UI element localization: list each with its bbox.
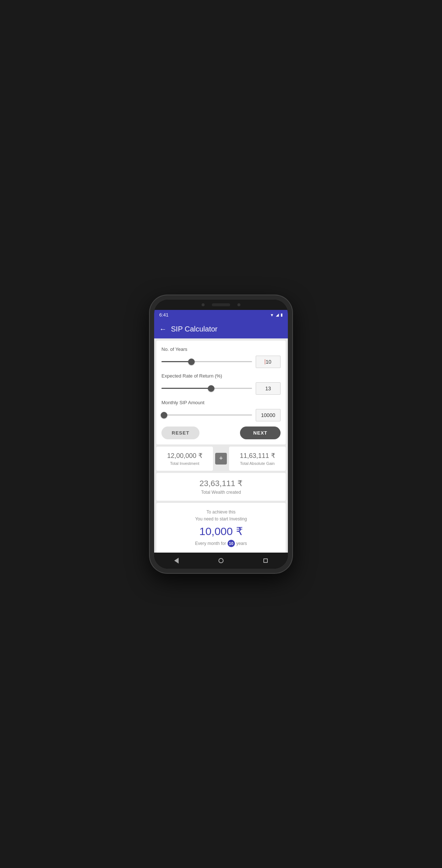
total-wealth-label: Total Wealth created <box>162 490 280 495</box>
invest-footer-prefix: Every month for <box>195 541 226 546</box>
invest-footer-suffix: years <box>236 541 247 546</box>
home-nav-icon <box>218 558 224 563</box>
investment-amount: 12,00,000 ₹ <box>167 452 202 460</box>
rate-slider-fill <box>161 388 211 389</box>
plus-icon: + <box>215 453 227 465</box>
invest-tagline: To achieve this You need to start Invest… <box>162 509 280 523</box>
camera-bar <box>154 300 288 310</box>
invest-card: To achieve this You need to start Invest… <box>156 503 286 553</box>
years-value: 10 <box>266 359 271 365</box>
rate-slider[interactable] <box>161 385 252 392</box>
rate-value: 13 <box>265 386 271 391</box>
gain-amount: 11,63,111 ₹ <box>240 452 275 460</box>
years-badge: 10 <box>228 540 235 547</box>
status-icons: ▼ ◢ ▮ <box>270 312 283 317</box>
total-wealth-amount: 23,63,111 ₹ <box>162 479 280 488</box>
speaker-grille <box>212 303 230 306</box>
investment-label: Total Investment <box>170 461 199 466</box>
reset-button[interactable]: RESET <box>161 427 199 439</box>
gain-card: 11,63,111 ₹ Total Absolute Gain <box>229 447 286 471</box>
status-time: 6:41 <box>159 312 168 318</box>
years-slider-thumb[interactable] <box>188 359 195 365</box>
calculator-card: No. of Years 10 Expected Rate of Return <box>156 341 286 444</box>
button-row: RESET NEXT <box>161 427 281 439</box>
phone-inner: 6:41 ▼ ◢ ▮ ← SIP Calculator No. of Years <box>154 300 288 569</box>
investment-card: 12,00,000 ₹ Total Investment <box>156 447 213 471</box>
signal-icon: ◢ <box>276 312 279 317</box>
next-button[interactable]: NEXT <box>240 427 281 439</box>
rate-value-box[interactable]: 13 <box>256 382 281 395</box>
years-label: No. of Years <box>161 346 281 352</box>
sip-label: Monthly SIP Amount <box>161 400 281 405</box>
camera-dot <box>202 303 205 306</box>
gain-label: Total Absolute Gain <box>240 461 275 466</box>
status-bar: 6:41 ▼ ◢ ▮ <box>154 310 288 320</box>
years-slider-track <box>161 361 252 362</box>
years-slider-row: 10 <box>161 356 281 368</box>
total-wealth-card: 23,63,111 ₹ Total Wealth created <box>156 473 286 501</box>
rate-slider-row: 13 <box>161 382 281 395</box>
phone-shell: 6:41 ▼ ◢ ▮ ← SIP Calculator No. of Years <box>150 295 292 573</box>
bottom-nav <box>154 553 288 569</box>
nav-back-button[interactable] <box>171 555 182 566</box>
rate-label: Expected Rate of Return (%) <box>161 373 281 379</box>
cursor <box>265 359 265 364</box>
app-header: ← SIP Calculator <box>154 320 288 338</box>
wifi-icon: ▼ <box>270 313 274 317</box>
sip-slider-thumb[interactable] <box>161 412 167 418</box>
rate-slider-thumb[interactable] <box>208 385 214 392</box>
years-slider-fill <box>161 361 191 362</box>
battery-icon: ▮ <box>281 312 283 317</box>
sip-value-box[interactable]: 10000 <box>256 409 281 421</box>
back-nav-icon <box>174 558 179 564</box>
years-value-box[interactable]: 10 <box>256 356 281 368</box>
camera-dot-right <box>237 303 240 306</box>
nav-recent-button[interactable] <box>260 555 271 566</box>
sip-value: 10000 <box>261 412 275 418</box>
sip-slider[interactable] <box>161 412 252 419</box>
back-button[interactable]: ← <box>159 325 167 333</box>
invest-amount: 10,000 ₹ <box>162 525 280 538</box>
app-title: SIP Calculator <box>171 325 217 333</box>
recent-nav-icon <box>263 558 268 563</box>
sip-slider-track <box>161 414 252 416</box>
invest-footer: Every month for 10 years <box>162 540 280 547</box>
rate-slider-track <box>161 388 252 389</box>
sip-slider-row: 10000 <box>161 409 281 421</box>
main-content: No. of Years 10 Expected Rate of Return <box>154 338 288 553</box>
nav-home-button[interactable] <box>215 555 227 566</box>
years-slider[interactable] <box>161 358 252 365</box>
investment-gain-row: 12,00,000 ₹ Total Investment + 11,63,111… <box>156 447 286 471</box>
